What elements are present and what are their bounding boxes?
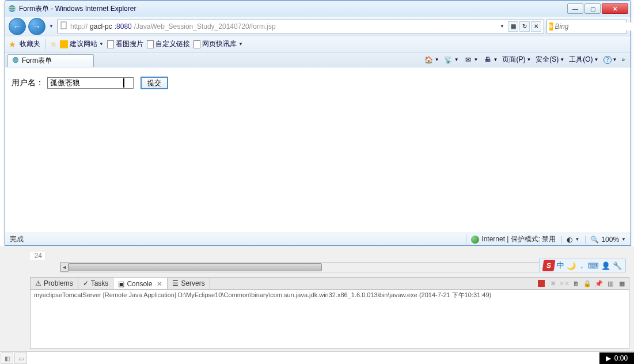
search-input[interactable] — [555, 22, 635, 31]
expand-button[interactable]: » — [621, 56, 625, 63]
ime-softkbd-icon[interactable]: ⌨ — [588, 261, 599, 270]
maximize-button[interactable]: ▢ — [584, 3, 601, 14]
ime-user-icon[interactable]: 👤 — [601, 261, 610, 270]
back-button[interactable]: ← — [9, 18, 26, 35]
stop-button[interactable]: ✕ — [531, 21, 541, 32]
zone-label: Internet | 保护模式: 禁用 — [481, 234, 556, 244]
problems-icon: ⚠ — [35, 279, 41, 287]
console-icon: ▣ — [118, 280, 124, 288]
ime-moon-icon[interactable]: 🌙 — [567, 261, 576, 270]
remove-all-button[interactable]: ⨯⨯ — [560, 279, 569, 288]
menu-label: 工具(O) — [569, 55, 593, 65]
favlink-custom[interactable]: 自定义链接 — [147, 39, 190, 49]
tab-tasks[interactable]: ✓Tasks — [78, 278, 114, 289]
add-favorite-icon[interactable]: ☆ — [50, 40, 56, 48]
clock-value: 0:00 — [614, 354, 628, 362]
scroll-lock-button[interactable]: 🔒 — [583, 279, 592, 288]
console-process-label: myeclipseTomcatServer [Remote Java Appli… — [34, 291, 625, 299]
eclipse-trim-bar: ◧ ▭ — [0, 351, 634, 364]
pin-console-button[interactable]: 📌 — [594, 279, 603, 288]
mail-button[interactable]: ✉▼ — [464, 55, 479, 65]
favlink-feeds[interactable]: 网页快讯库▼ — [193, 39, 243, 49]
show-view-button[interactable]: ▭ — [14, 352, 27, 364]
bing-icon: b — [549, 22, 553, 31]
eclipse-views-tabbar: ⚠Problems ✓Tasks ▣Console✕ ☰Servers ✖ ⨯⨯… — [30, 277, 629, 290]
feeds-button[interactable]: 📡▼ — [444, 55, 459, 65]
ime-toolbar[interactable]: S 中 🌙 ， ⌨ 👤 🔧 — [539, 259, 626, 272]
safety-menu[interactable]: 安全(S)▼ — [536, 55, 564, 65]
url-port: :8080 — [115, 22, 132, 31]
submit-button[interactable]: 提交 — [141, 77, 168, 89]
zoom-icon: 🔍 — [590, 236, 599, 244]
history-dropdown[interactable]: ▼ — [48, 21, 55, 32]
forward-button[interactable]: → — [28, 18, 45, 35]
address-bar[interactable]: http://gacl-pc:8080/JavaWeb_Session_Stud… — [57, 20, 544, 33]
address-dropdown[interactable]: ▼ — [499, 21, 506, 32]
search-box[interactable]: b 🔍 — [546, 20, 627, 33]
browser-tab[interactable]: Form表单 — [7, 54, 94, 67]
titlebar: Form表单 - Windows Internet Explorer — ▢ ✕ — [5, 1, 631, 17]
close-button[interactable]: ✕ — [602, 3, 628, 14]
open-console-button[interactable]: ▦ — [617, 279, 627, 288]
security-zone[interactable]: Internet | 保护模式: 禁用 — [466, 234, 556, 244]
favorites-star-icon[interactable]: ★ — [9, 40, 16, 49]
home-button[interactable]: 🏠▼ — [424, 55, 439, 65]
svg-point-0 — [9, 5, 16, 12]
scroll-left-button[interactable]: ◄ — [60, 263, 69, 272]
protected-mode-toggle[interactable]: ◐▼ — [561, 236, 579, 244]
tab-servers[interactable]: ☰Servers — [168, 278, 210, 289]
compat-view-icon[interactable]: ▦ — [508, 21, 518, 32]
form-row: 用户名： 提交 — [12, 77, 624, 89]
ie-window: Form表单 - Windows Internet Explorer — ▢ ✕… — [5, 0, 631, 246]
favlink-label: 建议网站 — [70, 39, 97, 49]
minimize-button[interactable]: — — [567, 3, 583, 14]
text-cursor — [123, 78, 124, 88]
mail-icon: ✉ — [464, 55, 473, 65]
print-button[interactable]: 🖶▼ — [483, 55, 498, 65]
line-number: 24 — [30, 252, 46, 260]
username-input[interactable] — [47, 77, 134, 89]
status-bar: 完成 Internet | 保护模式: 禁用 ◐▼ 🔍100%▼ — [5, 233, 631, 245]
ie-logo-icon — [12, 56, 20, 66]
globe-icon — [471, 236, 479, 244]
refresh-button[interactable]: ↻ — [519, 21, 530, 32]
sogou-icon[interactable]: S — [542, 260, 556, 271]
zoom-control[interactable]: 🔍100%▼ — [585, 236, 626, 244]
svg-rect-2 — [61, 22, 66, 29]
tab-label: Tasks — [91, 279, 109, 287]
ime-settings-icon[interactable]: 🔧 — [613, 261, 622, 270]
page-content: 用户名： 提交 — [6, 69, 630, 233]
clear-console-button[interactable]: 🗎 — [571, 279, 580, 288]
page-menu[interactable]: 页面(P)▼ — [502, 55, 531, 65]
username-label: 用户名： — [12, 78, 44, 88]
site-icon — [60, 40, 68, 48]
tab-title: Form表单 — [22, 56, 52, 66]
tab-problems[interactable]: ⚠Problems — [31, 278, 78, 289]
tab-bar: Form表单 🏠▼ 📡▼ ✉▼ 🖶▼ 页面(P)▼ 安全(S)▼ 工具(O)▼ … — [5, 52, 631, 67]
help-button[interactable]: ?▼ — [603, 56, 617, 64]
editor-hscrollbar[interactable]: ◄ ► — [60, 262, 622, 272]
taskbar-clock[interactable]: ▶0:00 — [599, 352, 634, 364]
terminate-button[interactable] — [537, 279, 546, 288]
page-icon — [107, 40, 114, 48]
tab-console[interactable]: ▣Console✕ — [113, 278, 168, 289]
status-text: 完成 — [10, 234, 24, 244]
nav-toolbar: ← → ▼ http://gacl-pc:8080/JavaWeb_Sessio… — [5, 17, 631, 36]
close-icon[interactable]: ✕ — [157, 280, 162, 288]
ime-lang[interactable]: 中 — [557, 260, 564, 271]
address-input[interactable] — [278, 22, 496, 31]
ime-punct-icon[interactable]: ， — [578, 260, 586, 271]
favlink-image[interactable]: 看图搜片 — [107, 39, 143, 49]
scrollbar-thumb[interactable] — [69, 263, 322, 271]
print-icon: 🖶 — [483, 55, 492, 65]
display-console-button[interactable]: ▥ — [606, 279, 615, 288]
tasks-icon: ✓ — [83, 279, 89, 287]
chevron-down-icon: ▼ — [99, 41, 104, 47]
rss-icon: 📡 — [444, 55, 453, 65]
fast-view-button[interactable]: ◧ — [1, 352, 13, 364]
favlink-suggested[interactable]: 建议网站▼ — [60, 39, 104, 49]
favorites-label[interactable]: 收藏夹 — [20, 39, 40, 49]
console-view[interactable]: myeclipseTomcatServer [Remote Java Appli… — [30, 290, 629, 349]
tools-menu[interactable]: 工具(O)▼ — [569, 55, 598, 65]
remove-launch-button[interactable]: ✖ — [548, 279, 557, 288]
